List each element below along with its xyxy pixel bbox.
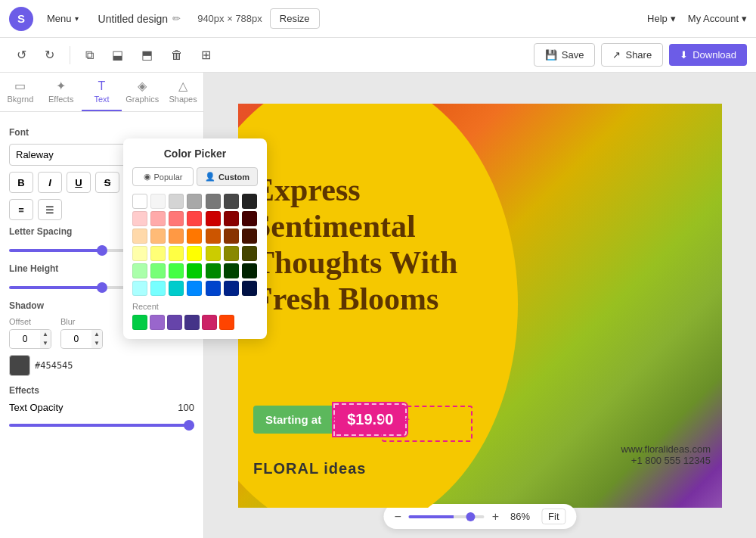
color-cell[interactable] xyxy=(132,211,147,226)
share-icon: ↗ xyxy=(612,49,621,61)
color-cell[interactable] xyxy=(187,281,202,296)
color-cell[interactable] xyxy=(169,194,184,209)
zoom-fit-button[interactable]: Fit xyxy=(541,508,565,524)
delete-button[interactable]: 🗑 xyxy=(163,44,191,67)
phone-number: +1 800 555 12345 xyxy=(621,455,711,466)
share-button[interactable]: ↗ Share xyxy=(601,43,663,67)
recent-color-cell[interactable] xyxy=(132,315,147,330)
tab-background[interactable]: ▭ Bkgrnd xyxy=(0,73,41,111)
align-center-button[interactable]: ☰ xyxy=(38,199,62,220)
redo-button[interactable]: ↻ xyxy=(37,43,62,67)
color-cell[interactable] xyxy=(169,229,184,244)
recent-color-cell[interactable] xyxy=(202,315,217,330)
save-icon: 💾 xyxy=(545,49,557,61)
layers-down-button[interactable]: ⬓ xyxy=(104,43,131,67)
tab-graphics[interactable]: ◈ Graphics xyxy=(122,73,163,111)
color-cell[interactable] xyxy=(242,281,257,296)
edit-title-icon[interactable]: ✏ xyxy=(172,13,181,24)
zoom-in-icon[interactable]: + xyxy=(492,510,499,524)
recent-color-cell[interactable] xyxy=(150,315,165,330)
strikethrough-button[interactable]: S xyxy=(95,172,119,193)
color-cell[interactable] xyxy=(132,229,147,244)
color-cell[interactable] xyxy=(150,211,166,226)
color-cell[interactable] xyxy=(187,229,202,244)
download-button[interactable]: ⬇ Download xyxy=(669,44,747,66)
color-cell[interactable] xyxy=(169,281,184,296)
menu-button[interactable]: Menu ▾ xyxy=(41,10,85,27)
color-cell[interactable] xyxy=(224,194,239,209)
color-cell[interactable] xyxy=(242,211,257,226)
picker-tab-popular[interactable]: ◉ Popular xyxy=(132,167,194,186)
color-cell[interactable] xyxy=(187,194,202,209)
underline-button[interactable]: U xyxy=(67,172,91,193)
opacity-value: 100 xyxy=(178,402,194,413)
color-cell[interactable] xyxy=(169,246,184,261)
bold-button[interactable]: B xyxy=(9,172,33,193)
tab-shapes[interactable]: △ Shapes xyxy=(163,73,203,111)
color-cell[interactable] xyxy=(187,246,202,261)
toolbar-right: 💾 Save ↗ Share ⬇ Download xyxy=(534,43,747,67)
color-cell[interactable] xyxy=(150,281,166,296)
align-left-button[interactable]: ≡ xyxy=(9,199,33,220)
toolbar: ↺ ↻ ⧉ ⬓ ⬒ 🗑 ⊞ 💾 Save ↗ Share ⬇ Download xyxy=(0,38,756,73)
zoom-out-icon[interactable]: − xyxy=(394,510,401,524)
blur-input[interactable]: 0 xyxy=(61,331,91,347)
color-cell[interactable] xyxy=(224,281,239,296)
color-cell[interactable] xyxy=(187,211,202,226)
color-cell[interactable] xyxy=(206,263,221,278)
recent-color-cell[interactable] xyxy=(167,315,182,330)
color-cell[interactable] xyxy=(224,229,239,244)
layers-up-button[interactable]: ⬒ xyxy=(134,43,160,67)
picker-tab-custom[interactable]: 👤 Custom xyxy=(197,167,258,186)
color-cell[interactable] xyxy=(132,281,147,296)
recent-color-cell[interactable] xyxy=(184,315,200,330)
color-cell[interactable] xyxy=(242,194,257,209)
tab-effects[interactable]: ✦ Effects xyxy=(41,73,82,111)
design-canvas: Express Sentimental Thoughts With Fresh … xyxy=(238,104,722,508)
tab-text[interactable]: T Text xyxy=(82,73,122,111)
color-cell[interactable] xyxy=(150,194,166,209)
blur-up[interactable]: ▲ xyxy=(91,330,102,339)
color-cell[interactable] xyxy=(150,246,166,261)
offset-input[interactable]: 0 xyxy=(10,331,40,347)
zoom-slider[interactable] xyxy=(409,515,485,518)
color-cell[interactable] xyxy=(224,246,239,261)
opacity-slider[interactable] xyxy=(9,424,194,427)
undo-button[interactable]: ↺ xyxy=(9,43,34,67)
offset-up[interactable]: ▲ xyxy=(40,330,51,339)
duplicate-button[interactable]: ⧉ xyxy=(78,44,101,67)
logo-button[interactable]: S xyxy=(9,7,33,31)
color-cell[interactable] xyxy=(132,246,147,261)
grid-button[interactable]: ⊞ xyxy=(194,43,218,67)
italic-button[interactable]: I xyxy=(38,172,62,193)
color-cell[interactable] xyxy=(206,229,221,244)
color-cell[interactable] xyxy=(206,194,221,209)
offset-down[interactable]: ▼ xyxy=(40,339,51,348)
help-button[interactable]: Help ▾ xyxy=(647,13,676,24)
color-cell[interactable] xyxy=(132,194,147,209)
color-cell[interactable] xyxy=(206,281,221,296)
color-cell[interactable] xyxy=(242,229,257,244)
resize-button[interactable]: Resize xyxy=(270,8,320,29)
price-display: ✦ $19.90 ✦ xyxy=(333,403,407,436)
color-cell[interactable] xyxy=(169,211,184,226)
effects-label: Effects xyxy=(9,385,194,396)
color-cell[interactable] xyxy=(150,263,166,278)
color-cell[interactable] xyxy=(150,229,166,244)
top-right-actions: Help ▾ My Account ▾ xyxy=(647,13,747,24)
color-cell[interactable] xyxy=(206,246,221,261)
color-cell[interactable] xyxy=(242,263,257,278)
color-cell[interactable] xyxy=(206,211,221,226)
save-button[interactable]: 💾 Save xyxy=(534,43,596,67)
color-cell[interactable] xyxy=(242,246,257,261)
color-cell[interactable] xyxy=(187,263,202,278)
blur-field: Blur 0 ▲ ▼ xyxy=(60,317,103,349)
color-cell[interactable] xyxy=(169,263,184,278)
blur-down[interactable]: ▼ xyxy=(91,339,102,348)
shadow-color-swatch[interactable] xyxy=(9,355,30,376)
account-button[interactable]: My Account ▾ xyxy=(688,13,747,24)
color-cell[interactable] xyxy=(132,263,147,278)
recent-color-cell[interactable] xyxy=(219,315,234,330)
color-cell[interactable] xyxy=(224,263,239,278)
color-cell[interactable] xyxy=(224,211,239,226)
